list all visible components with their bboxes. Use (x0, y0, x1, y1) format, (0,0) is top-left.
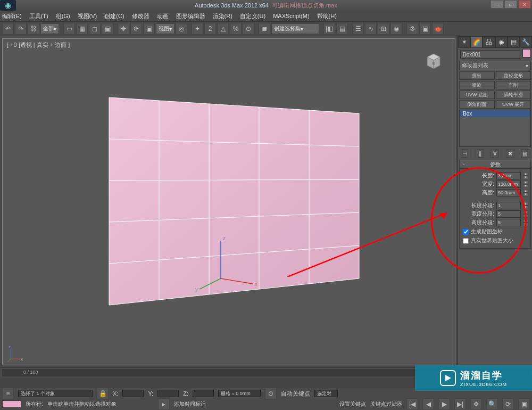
width-arrows[interactable]: ▲▼ (523, 181, 528, 188)
rotate-icon[interactable]: ⟳ (130, 23, 142, 35)
make-unique-icon[interactable]: ∀ (491, 149, 499, 158)
lseg-arrows[interactable]: ▲▼ (523, 202, 528, 209)
y-field[interactable] (157, 390, 179, 397)
mod-extrude[interactable]: 挤出 (459, 71, 495, 80)
menu-graph[interactable]: 图形编辑器 (176, 12, 205, 20)
percent-snap-icon[interactable]: % (230, 23, 242, 35)
tab-hierarchy-icon[interactable]: 品 (483, 36, 495, 48)
box-object[interactable]: x y z (104, 92, 364, 316)
mod-bevelprofile[interactable]: 倒角剖面 (459, 100, 495, 109)
object-name-field[interactable]: Box001 (460, 50, 520, 59)
menu-tools[interactable]: 工具(T) (29, 12, 48, 20)
tab-create-icon[interactable]: ✴ (458, 36, 470, 48)
named-sel-dropdown[interactable]: 创建选择集 ▾ (271, 23, 319, 34)
play-prev-icon[interactable]: ◀ (422, 398, 434, 410)
show-end-icon[interactable]: ∥ (476, 149, 484, 158)
pin-stack-icon[interactable]: ⊣ (461, 149, 469, 158)
render-icon[interactable]: 🫖 (432, 23, 444, 35)
menu-anim[interactable]: 动画 (157, 12, 169, 20)
menu-modifier[interactable]: 修改器 (132, 12, 149, 20)
mod-noise[interactable]: 噪波 (459, 81, 495, 89)
nav-orbit-icon[interactable]: ⟳ (502, 398, 514, 410)
window-cross-icon[interactable]: ▣ (102, 23, 113, 35)
nav-max-icon[interactable]: ▣ (518, 398, 530, 410)
mod-pathdeform[interactable]: 路径变形 (496, 71, 531, 80)
pivot-icon[interactable]: ◎ (176, 23, 187, 35)
filter-dropdown[interactable]: 全部 ▾ (40, 23, 59, 34)
width-spinner[interactable]: 130.0mm (496, 181, 521, 188)
snap-icon[interactable]: 2 (204, 23, 216, 35)
nav-zoom-icon[interactable]: 🔍 (486, 398, 498, 410)
menu-maxscript[interactable]: MAXScript(M) (273, 13, 309, 19)
undo-icon[interactable]: ↶ (2, 23, 14, 35)
play-start-icon[interactable]: |◀ (406, 398, 418, 410)
modifier-list-dropdown[interactable]: 修改器列表▾ (459, 61, 531, 70)
real-world-checkbox[interactable]: 真实世界贴图大小 (463, 237, 527, 244)
rect-select-icon[interactable]: ◻ (89, 23, 101, 35)
hseg-spinner[interactable]: 5 (496, 219, 521, 226)
render-setup-icon[interactable]: ⚙ (406, 23, 418, 35)
autokey-button[interactable]: 自动关键点 (281, 390, 310, 398)
modifier-stack[interactable]: Box (459, 110, 531, 147)
named-sel-icon[interactable]: ≣ (259, 23, 270, 35)
menu-custom[interactable]: 自定义(U) (240, 12, 265, 20)
add-time-tag[interactable]: 添加时间标记 (174, 400, 206, 408)
mod-lathe[interactable]: 车削 (496, 81, 531, 89)
viewport-label[interactable]: [ +0 ]透视 | 真实 + 边面 ] (7, 41, 70, 49)
perspective-viewport[interactable]: [ +0 ]透视 | 真实 + 边面 ] 前 (2, 38, 455, 365)
manip-icon[interactable]: ✦ (192, 23, 203, 35)
setkey-button[interactable]: 设置关键点 (339, 400, 366, 408)
curve-editor-icon[interactable]: ∿ (365, 23, 377, 35)
tab-modify-icon[interactable]: 🌈 (470, 36, 483, 48)
play-next-icon[interactable]: ▶| (454, 398, 466, 410)
move-icon[interactable]: ✥ (118, 23, 129, 35)
z-field[interactable] (193, 390, 214, 397)
tab-utility-icon[interactable]: 🔧 (520, 36, 532, 48)
object-color-swatch[interactable] (522, 49, 531, 58)
spinner-snap-icon[interactable]: ⊙ (243, 23, 254, 35)
mirror-icon[interactable]: |◧ (323, 23, 335, 35)
tag-icon[interactable]: ▸ (158, 398, 170, 410)
stack-item-box[interactable]: Box (460, 110, 530, 117)
angle-snap-icon[interactable]: △ (217, 23, 229, 35)
tab-display-icon[interactable]: ▤ (508, 36, 520, 48)
play-icon[interactable]: ▶ (438, 398, 450, 410)
menu-view[interactable]: 视图(V) (78, 12, 97, 20)
keyset-dropdown[interactable]: 选定对 (314, 390, 338, 397)
minimize-button[interactable]: — (491, 0, 503, 9)
rollout-header[interactable]: -参数 (460, 160, 530, 169)
redo-icon[interactable]: ↷ (15, 23, 27, 35)
maximize-button[interactable]: ▭ (504, 0, 517, 9)
refcoord-dropdown[interactable]: 视图 ▾ (156, 23, 174, 34)
length-spinner[interactable]: 3.0mm (496, 172, 521, 179)
menu-edit[interactable]: 编辑(E) (2, 12, 22, 20)
lock-icon[interactable]: 🔒 (97, 388, 109, 399)
maxscript-mini-icon[interactable]: ≡ (2, 388, 14, 399)
render-frame-icon[interactable]: ▣ (419, 23, 431, 35)
x-field[interactable] (122, 390, 144, 397)
scale-icon[interactable]: ▣ (143, 23, 155, 35)
height-spinner[interactable]: 90.0mm (496, 189, 521, 196)
menu-help[interactable]: 帮助(H) (317, 12, 337, 20)
close-button[interactable]: ✕ (518, 0, 531, 9)
layer-icon[interactable]: ☰ (352, 23, 364, 35)
viewcube-icon[interactable]: 前 (423, 50, 444, 71)
material-icon[interactable]: ◉ (390, 23, 402, 35)
key-mode-icon[interactable]: ⊙ (265, 388, 277, 399)
menu-group[interactable]: 组(G) (56, 12, 70, 20)
menu-create[interactable]: 创建(C) (104, 12, 124, 20)
lseg-spinner[interactable]: 1 (496, 202, 521, 209)
link-icon[interactable]: ⛓ (28, 23, 39, 35)
nav-pan-icon[interactable]: ✥ (470, 398, 482, 410)
select-icon[interactable]: ▭ (63, 23, 75, 35)
hseg-arrows[interactable]: ▲▼ (523, 219, 528, 226)
remove-mod-icon[interactable]: ✖ (506, 149, 514, 158)
configure-icon[interactable]: ▤ (521, 149, 529, 158)
wseg-spinner[interactable]: 5 (496, 210, 521, 218)
length-arrows[interactable]: ▲▼ (523, 172, 528, 179)
menu-render[interactable]: 渲染(R) (213, 12, 232, 20)
keyfilter-button[interactable]: 关键点过滤器 (370, 400, 402, 408)
mod-uvwmap[interactable]: UVW 贴图 (459, 91, 495, 99)
tab-motion-icon[interactable]: ◉ (495, 36, 508, 48)
height-arrows[interactable]: ▲▼ (523, 189, 528, 196)
